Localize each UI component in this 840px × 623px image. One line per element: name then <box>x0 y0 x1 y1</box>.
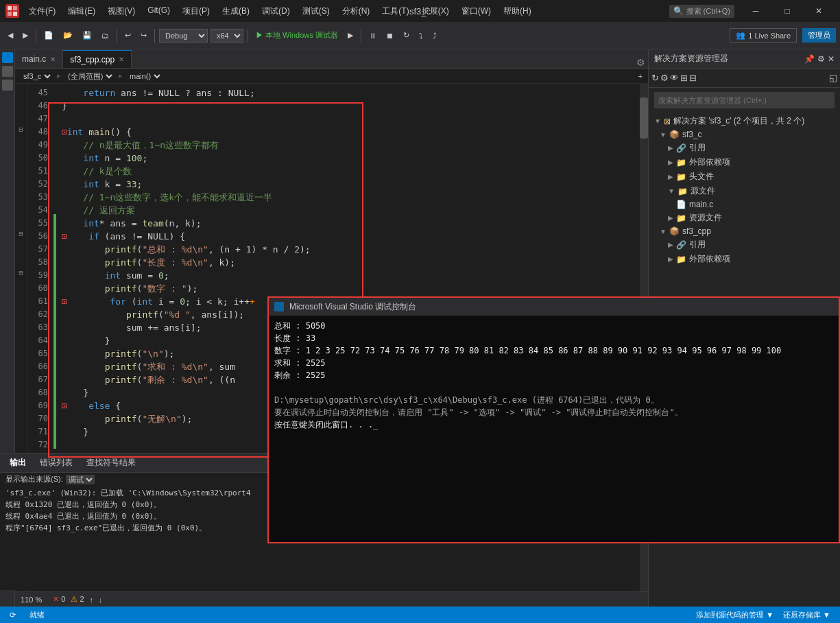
tab-settings-icon[interactable]: ⚙ <box>636 57 645 68</box>
toolbar-extra-3[interactable]: ↻ <box>400 29 413 42</box>
manage-button[interactable]: 管理员 <box>802 28 836 43</box>
warning-count[interactable]: ⚠ 2 <box>71 595 84 604</box>
menu-debug[interactable]: 调试(D) <box>256 3 296 20</box>
tree-ext-dep-1[interactable]: ▶ 📁 外部依赖项 <box>649 155 840 169</box>
console-line-3: 数字 : 1 2 3 25 72 73 74 75 76 77 78 79 80… <box>274 344 833 357</box>
code-line-49: // n是最大值，1~n这些数字都有 <box>62 139 640 152</box>
explorer-icon[interactable] <box>2 52 13 63</box>
sf3cpp-project-label: sf3_cpp <box>682 226 711 236</box>
status-source-control[interactable]: 添加到源代码的管理 ▼ <box>692 610 778 620</box>
menu-analyze[interactable]: 分析(N) <box>337 3 376 20</box>
ref1-expand-icon: ▶ <box>668 144 673 152</box>
tree-sources-1[interactable]: ▼ 📁 源文件 <box>649 184 840 198</box>
debug-console-body[interactable]: 总和 : 5050 长度 : 33 数字 : 1 2 3 25 72 73 74… <box>269 316 839 542</box>
menu-build[interactable]: 生成(B) <box>217 3 255 20</box>
toolbar-extra-4[interactable]: ⤵ <box>416 30 427 42</box>
save-button[interactable]: 💾 <box>79 29 95 42</box>
menu-edit[interactable]: 编辑(E) <box>62 3 101 20</box>
error-count-icon[interactable]: ✕ 0 <box>53 595 65 604</box>
status-git-icon[interactable]: ⟳ <box>5 607 20 623</box>
zoom-level: 110 % <box>21 596 42 604</box>
se-close-icon[interactable]: ✕ <box>828 54 835 64</box>
svg-rect-2 <box>8 12 12 16</box>
fold-icon-3[interactable]: ⊟ <box>15 266 27 279</box>
forward-button[interactable]: ▶ <box>19 29 32 42</box>
breadcrumb-function-select[interactable]: main() <box>127 71 163 81</box>
toolbar-extra-2[interactable]: ⏹ <box>383 30 397 42</box>
live-share-button[interactable]: 👥 1 Live Share <box>730 28 797 43</box>
attach-button[interactable]: ▶ <box>344 29 357 42</box>
redo-button[interactable]: ↪ <box>137 29 150 42</box>
tree-project-sf3c[interactable]: ▼ 📦 sf3_c <box>649 128 840 141</box>
new-file-button[interactable]: 📄 <box>40 29 57 42</box>
run-button[interactable]: ▶ 本地 Windows 调试器 <box>252 28 341 43</box>
se-settings-icon[interactable]: ⚙ <box>817 54 825 64</box>
ref2-expand-icon: ▶ <box>668 241 673 248</box>
save-all-button[interactable]: 🗂 <box>98 30 112 42</box>
output-tab-errors[interactable]: 错误列表 <box>33 454 80 471</box>
tree-resources-1[interactable]: ▶ 📁 资源文件 <box>649 211 840 225</box>
close-button[interactable]: ✕ <box>803 0 835 22</box>
menu-test[interactable]: 测试(S) <box>297 3 335 20</box>
toolbar: ◀ ▶ 📄 📂 💾 🗂 ↩ ↪ Debug Release x64 x86 ▶ … <box>0 22 840 49</box>
source-control-label: 添加到源代码的管理 ▼ <box>696 610 773 620</box>
tree-ref-1[interactable]: ▶ 🔗 引用 <box>649 141 840 155</box>
minimize-button[interactable]: ─ <box>740 0 771 22</box>
svg-rect-1 <box>13 6 17 10</box>
tree-solution[interactable]: ▼ ⊠ 解决方案 'sf3_c' (2 个项目，共 2 个) <box>649 114 840 128</box>
debug-config-dropdown[interactable]: Debug Release <box>159 29 208 43</box>
se-collapse-icon[interactable]: ⊟ <box>689 73 697 83</box>
fold-icon-2[interactable]: ⊟ <box>15 227 27 240</box>
undo-button[interactable]: ↩ <box>121 29 134 42</box>
menu-help[interactable]: 帮助(H) <box>498 3 537 20</box>
tab-main-c-close[interactable]: ✕ <box>50 56 56 63</box>
output-tab-find[interactable]: 查找符号结果 <box>80 454 143 471</box>
tab-sf3-cpp[interactable]: sf3_cpp.cpp ✕ <box>63 50 132 68</box>
open-file-button[interactable]: 📂 <box>60 29 76 42</box>
menu-git[interactable]: Git(G) <box>142 3 176 20</box>
navigate-up-button[interactable]: ↑ <box>90 596 94 604</box>
menu-project[interactable]: 项目(P) <box>177 3 215 20</box>
platform-dropdown[interactable]: x64 x86 <box>211 29 243 43</box>
toolbar-extra-5[interactable]: ⤴ <box>429 30 440 42</box>
toolbar-extra-1[interactable]: ⏸ <box>365 30 380 42</box>
console-line-7: D:\mysetup\gopath\src\dsy\sf3_c\x64\Debu… <box>274 394 833 406</box>
breadcrumb: sf3_c ▸ (全局范围) ▸ main() + <box>15 69 648 84</box>
output-source-select[interactable]: 调试 <box>66 475 95 484</box>
tree-headers-1[interactable]: ▶ 📁 头文件 <box>649 169 840 184</box>
breadcrumb-project-select[interactable]: sf3_c <box>21 71 53 81</box>
se-view-icon[interactable]: ◱ <box>829 73 837 83</box>
menu-file[interactable]: 文件(F) <box>23 3 61 20</box>
menu-view[interactable]: 视图(V) <box>102 3 141 20</box>
status-restore-repo[interactable]: 还原存储库 ▼ <box>779 610 835 620</box>
se-sync-icon[interactable]: ↻ <box>651 73 659 83</box>
scrollbar-thumb[interactable] <box>640 97 648 139</box>
se-preview-icon[interactable]: 👁 <box>670 73 679 83</box>
maximize-button[interactable]: □ <box>771 0 803 22</box>
status-ready[interactable]: 就绪 <box>25 607 49 623</box>
tab-main-c[interactable]: main.c ✕ <box>15 50 63 68</box>
code-line-48: ⊡int main() { <box>62 126 640 139</box>
search-activity-icon[interactable] <box>2 66 13 77</box>
se-search-input[interactable] <box>654 92 835 108</box>
tree-ext-dep-2[interactable]: ▶ 📁 外部依赖项 <box>649 252 840 266</box>
se-expand-icon[interactable]: ⊞ <box>680 73 688 83</box>
tree-main-c[interactable]: 📄 main.c <box>649 198 840 211</box>
se-pin-icon[interactable]: 📌 <box>804 54 815 64</box>
menu-window[interactable]: 窗口(W) <box>456 3 496 20</box>
ref2-label: 引用 <box>689 239 706 250</box>
fold-icon-1[interactable]: ⊟ <box>15 123 27 136</box>
breadcrumb-scope-select[interactable]: (全局范围) <box>65 71 115 81</box>
back-button[interactable]: ◀ <box>4 29 16 42</box>
tree-ref-2[interactable]: ▶ 🔗 引用 <box>649 237 840 252</box>
tree-project-sf3cpp[interactable]: ▼ 📦 sf3_cpp <box>649 225 840 237</box>
output-tab-output[interactable]: 输出 <box>3 454 33 471</box>
se-filter-icon[interactable]: ⚙ <box>660 73 669 83</box>
tab-sf3-cpp-close[interactable]: ✕ <box>119 56 124 63</box>
git-activity-icon[interactable] <box>2 80 13 91</box>
navigate-down-button[interactable]: ↓ <box>99 596 103 604</box>
live-share-label: 1 Live Share <box>748 32 791 40</box>
extdep2-expand-icon: ▶ <box>668 255 673 263</box>
breadcrumb-sep-1: ▸ <box>57 71 61 80</box>
breadcrumb-add-icon[interactable]: + <box>638 72 643 80</box>
